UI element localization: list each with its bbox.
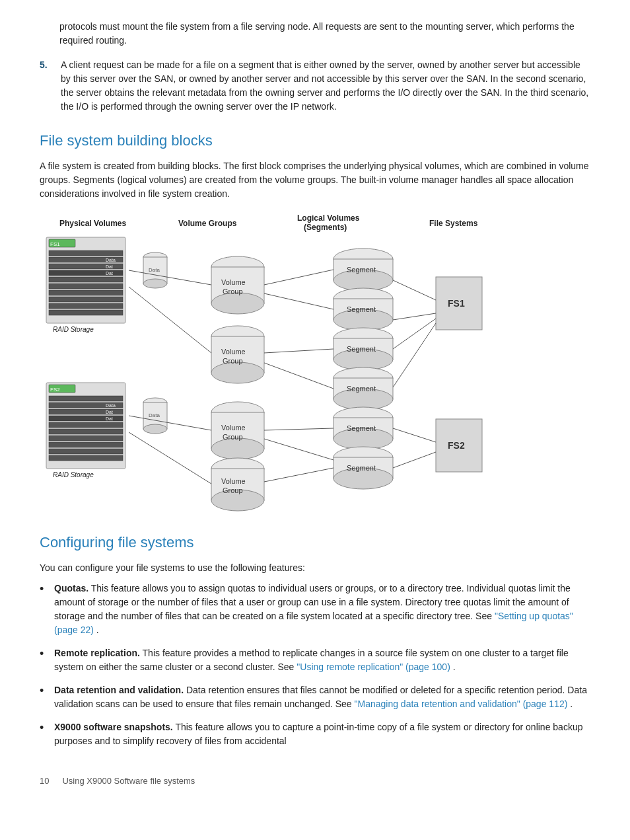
item-content: A client request can be made for a file … (61, 58, 590, 114)
svg-line-35 (264, 293, 333, 309)
configuring-bullet-list: • Quotas. This feature allows you to ass… (40, 582, 590, 748)
page-footer: 10 Using X9000 Software file systems (40, 775, 590, 788)
vg3-label-2: Group (223, 433, 243, 441)
fs1-label: FS1 (448, 298, 465, 309)
intro-continuation: protocols must mount the file system fro… (40, 20, 590, 48)
list-item-snapshots: • X9000 software snapshots. This feature… (40, 720, 590, 748)
svg-text:Dat: Dat (106, 416, 113, 421)
vg2-bottom (211, 362, 264, 383)
diagram-svg: Physical Volumes Volume Groups Logical V… (40, 214, 502, 512)
bullet-bold-quotas: Quotas. (54, 583, 88, 593)
vg1-bottom (211, 293, 264, 314)
vg2-label-2: Group (223, 357, 243, 365)
svg-line-45 (393, 428, 436, 442)
svg-line-42 (264, 428, 333, 430)
raid-label-1: RAID Storage (53, 326, 94, 333)
bullet-bold-snapshots: X9000 software snapshots. (54, 722, 173, 732)
svg-rect-23 (49, 442, 123, 447)
svg-line-34 (264, 270, 333, 285)
link-remote-replication[interactable]: "Using remote replication" (page 100) (297, 662, 450, 672)
col-header-fs: File Systems (429, 219, 478, 228)
bullet-dot-retention: • (40, 683, 48, 699)
bullet-content-retention: Data retention and validation. Data rete… (54, 683, 590, 711)
list-item-remote-replication: • Remote replication. This feature provi… (40, 646, 590, 674)
svg-line-32 (129, 416, 211, 430)
vg2-label-1: Volume (221, 348, 246, 356)
section-heading-building-blocks: File system building blocks (40, 130, 590, 151)
svg-text:Data: Data (149, 412, 160, 418)
list-item-data-retention: • Data retention and validation. Data re… (40, 683, 590, 711)
bullet-bold-remote: Remote replication. (54, 648, 140, 658)
svg-rect-5 (49, 277, 123, 282)
svg-line-36 (264, 349, 333, 353)
svg-line-39 (393, 313, 436, 320)
svg-line-40 (393, 319, 436, 349)
list-item-quotas: • Quotas. This feature allows you to ass… (40, 582, 590, 637)
svg-text:Dat: Dat (106, 410, 113, 414)
vg1-label-2: Group (223, 287, 243, 295)
svg-line-41 (393, 323, 436, 387)
bullet-content-remote: Remote replication. This feature provide… (54, 646, 590, 674)
svg-line-30 (129, 270, 211, 285)
svg-line-33 (129, 432, 211, 484)
item-number: 5. (40, 58, 53, 114)
col-header-logical-2: (Segments) (304, 223, 347, 232)
svg-rect-21 (49, 429, 123, 434)
svg-rect-1 (49, 250, 123, 256)
svg-line-44 (264, 468, 333, 482)
vg4-label-2: Group (223, 486, 243, 494)
vg3-bottom (211, 438, 264, 459)
svg-rect-22 (49, 436, 123, 441)
vg1-label-1: Volume (221, 278, 246, 286)
svg-line-43 (264, 439, 333, 460)
disk-bottom-2 (143, 424, 167, 434)
svg-rect-7 (49, 290, 123, 295)
svg-line-37 (264, 363, 333, 389)
svg-text:FS2: FS2 (50, 387, 60, 393)
seg6-label: Segment (347, 464, 376, 472)
col-header-logical-1: Logical Volumes (297, 214, 360, 223)
seg2-label: Segment (347, 305, 376, 313)
svg-rect-10 (49, 310, 123, 315)
disk-bottom-1 (143, 279, 167, 288)
configuring-intro: You can configure your file systems to u… (40, 561, 590, 575)
svg-text:Dat: Dat (106, 271, 113, 276)
bullet-content-quotas: Quotas. This feature allows you to assig… (54, 582, 590, 637)
svg-rect-16 (49, 396, 123, 401)
svg-line-46 (393, 452, 436, 468)
numbered-item-5: 5. A client request can be made for a fi… (40, 58, 590, 114)
svg-text:Data: Data (149, 267, 160, 273)
svg-text:Data: Data (106, 258, 116, 262)
svg-line-38 (393, 280, 436, 300)
bullet-dot-remote: • (40, 646, 48, 662)
page-number: 10 (40, 775, 49, 788)
link-data-retention[interactable]: "Managing data retention and validation"… (355, 699, 568, 709)
bullet-content-snapshots: X9000 software snapshots. This feature a… (54, 720, 590, 748)
seg3-label: Segment (347, 345, 376, 353)
svg-rect-9 (49, 303, 123, 309)
section-heading-configuring: Configuring file systems (40, 531, 590, 553)
svg-rect-24 (49, 449, 123, 454)
svg-rect-8 (49, 297, 123, 302)
building-blocks-intro: A file system is created from building b… (40, 159, 590, 201)
svg-text:Data: Data (106, 403, 116, 408)
seg4-label: Segment (347, 385, 376, 393)
col-header-physical: Physical Volumes (59, 219, 126, 228)
bullet-bold-retention: Data retention and validation. (54, 685, 184, 695)
svg-text:Dat: Dat (106, 264, 113, 269)
raid-label-2: RAID Storage (53, 471, 94, 478)
svg-rect-6 (49, 284, 123, 289)
seg5-label: Segment (347, 424, 376, 432)
fs2-label: FS2 (448, 440, 465, 451)
svg-rect-20 (49, 422, 123, 428)
svg-text:FS1: FS1 (50, 241, 60, 247)
svg-line-31 (129, 287, 211, 353)
page-title-footer: Using X9000 Software file systems (62, 775, 195, 788)
bullet-dot-snapshots: • (40, 720, 48, 736)
svg-rect-25 (49, 455, 123, 461)
col-header-groups: Volume Groups (178, 219, 237, 228)
building-blocks-diagram: Physical Volumes Volume Groups Logical V… (40, 214, 502, 512)
seg1-label: Segment (347, 266, 376, 274)
vg3-label-1: Volume (221, 424, 246, 432)
bullet-dot-quotas: • (40, 582, 48, 597)
